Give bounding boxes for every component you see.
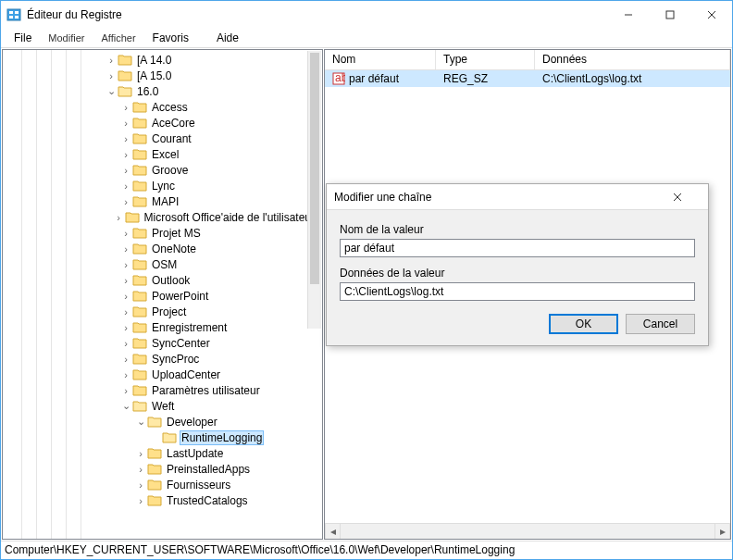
expand-toggle-icon[interactable]: ⌄ (134, 416, 147, 428)
expand-toggle-icon[interactable]: › (119, 338, 132, 349)
tree-item[interactable]: ⌄Developer (3, 414, 322, 429)
tree-item[interactable]: ›[A 15.0 (3, 68, 322, 83)
tree-item[interactable]: ›UploadCenter (3, 367, 322, 382)
value-name: par défaut (349, 72, 399, 85)
string-value-icon: ab (332, 72, 345, 85)
minimize-button[interactable] (607, 1, 649, 29)
tree-item-label: Microsoft Office'aide de l'utilisateur (143, 211, 317, 224)
menu-view[interactable]: Afficher (93, 31, 143, 45)
expand-toggle-icon[interactable]: › (119, 369, 132, 380)
value-row[interactable]: abpar défautREG_SZC:\ClientLogs\log.txt (325, 70, 730, 87)
tree-item[interactable]: ›Groove (3, 162, 322, 178)
expand-toggle-icon[interactable]: › (134, 464, 147, 475)
col-type[interactable]: Type (436, 50, 535, 69)
expand-toggle-icon[interactable]: ⌄ (105, 85, 118, 97)
expand-toggle-icon[interactable]: › (119, 275, 132, 286)
expand-toggle-icon[interactable]: › (105, 70, 118, 81)
cancel-button[interactable]: Cancel (626, 314, 695, 334)
tree-item[interactable]: ›Fournisseurs (3, 477, 322, 492)
expand-toggle-icon[interactable]: › (119, 322, 132, 333)
col-data[interactable]: Données (535, 50, 730, 69)
values-h-scrollbar[interactable]: ◂ ▸ (325, 523, 730, 539)
svg-rect-4 (15, 16, 19, 19)
tree-item[interactable]: ›Access (3, 99, 322, 115)
menu-edit[interactable]: Modifier (41, 31, 92, 45)
close-button[interactable] (690, 1, 732, 29)
folder-icon (132, 243, 147, 255)
expand-toggle-icon[interactable]: ⌄ (119, 400, 132, 412)
tree-item[interactable]: ›Projet MS (3, 225, 322, 241)
tree-scrollbar[interactable] (307, 51, 321, 329)
tree-item[interactable]: ›OneNote (3, 241, 322, 256)
folder-icon (132, 148, 147, 160)
expand-toggle-icon[interactable]: · (149, 432, 162, 443)
tree-item[interactable]: ›MAPI (3, 193, 322, 209)
values-header[interactable]: Nom Type Données (325, 50, 730, 70)
col-name[interactable]: Nom (325, 50, 436, 69)
expand-toggle-icon[interactable]: › (119, 243, 132, 255)
scroll-right-icon[interactable]: ▸ (714, 524, 730, 539)
expand-toggle-icon[interactable]: › (119, 149, 132, 160)
tree-item[interactable]: ⌄16.0 (3, 83, 322, 99)
tree-item[interactable]: ⌄Weft (3, 398, 322, 414)
tree-item[interactable]: ›PreinstalledApps (3, 461, 322, 477)
tree-item[interactable]: ›Microsoft Office'aide de l'utilisateur (3, 209, 322, 225)
status-bar: Computer\HKEY_CURRENT_USER\SOFTWARE\Micr… (1, 541, 732, 559)
expand-toggle-icon[interactable]: › (105, 55, 118, 66)
ok-button[interactable]: OK (549, 314, 618, 334)
tree-item[interactable]: ›Enregistrement (3, 319, 322, 335)
tree-pane[interactable]: ›[A 14.0›[A 15.0⌄16.0›Access›AceCore›Cou… (2, 49, 323, 540)
expand-toggle-icon[interactable]: › (134, 495, 147, 506)
expand-toggle-icon[interactable]: › (119, 118, 132, 129)
expand-toggle-icon[interactable]: › (119, 291, 132, 302)
expand-toggle-icon[interactable]: › (119, 196, 132, 207)
svg-text:ab: ab (335, 72, 345, 84)
dialog-close-button[interactable] (673, 193, 701, 202)
tree-item[interactable]: ›SyncProc (3, 351, 322, 367)
scroll-left-icon[interactable]: ◂ (325, 524, 341, 539)
folder-icon (132, 258, 147, 270)
menu-file[interactable]: File (6, 30, 39, 46)
value-data-label: Données de la valeur (340, 267, 695, 280)
tree-item[interactable]: ›TrustedCatalogs (3, 492, 322, 508)
tree-item[interactable]: ›SyncCenter (3, 335, 322, 351)
value-data-input[interactable] (340, 282, 695, 301)
expand-toggle-icon[interactable]: › (112, 212, 124, 223)
tree-item[interactable]: ·RuntimeLogging (3, 429, 322, 445)
folder-icon (147, 447, 162, 459)
tree-item-label: Fournisseurs (165, 479, 232, 492)
tree-item[interactable]: ›PowerPoint (3, 288, 322, 304)
expand-toggle-icon[interactable]: › (134, 448, 147, 459)
tree-item[interactable]: ›LastUpdate (3, 445, 322, 461)
tree-item[interactable]: ›Lync (3, 178, 322, 193)
value-data: C:\ClientLogs\log.txt (535, 72, 730, 85)
tree-item-label: PowerPoint (150, 290, 210, 303)
expand-toggle-icon[interactable]: › (119, 165, 132, 176)
tree-item[interactable]: ›Project (3, 304, 322, 319)
tree-item[interactable]: ›Paramètres utilisateur (3, 382, 322, 398)
expand-toggle-icon[interactable]: › (119, 180, 132, 192)
tree-item[interactable]: ›OSM (3, 256, 322, 272)
expand-toggle-icon[interactable]: › (134, 479, 147, 491)
expand-toggle-icon[interactable]: › (119, 228, 132, 239)
folder-icon (132, 101, 147, 113)
expand-toggle-icon[interactable]: › (119, 259, 132, 270)
expand-toggle-icon[interactable]: › (119, 306, 132, 317)
expand-toggle-icon[interactable]: › (119, 133, 132, 144)
folder-icon (147, 463, 162, 475)
tree-item[interactable]: ›[A 14.0 (3, 52, 322, 68)
folder-icon (132, 117, 147, 129)
menu-help[interactable]: Aide (209, 30, 246, 46)
folder-icon (118, 69, 132, 81)
tree-item[interactable]: ›AceCore (3, 115, 322, 131)
expand-toggle-icon[interactable]: › (119, 102, 132, 113)
tree-item[interactable]: ›Courant (3, 131, 322, 146)
expand-toggle-icon[interactable]: › (119, 354, 132, 365)
tree-item[interactable]: ›Excel (3, 146, 322, 162)
menu-favorites[interactable]: Favoris (145, 30, 196, 46)
folder-icon (132, 274, 147, 286)
maximize-button[interactable] (649, 1, 690, 29)
tree-item[interactable]: ›Outlook (3, 272, 322, 288)
expand-toggle-icon[interactable]: › (119, 385, 132, 396)
tree-item-label: MAPI (150, 195, 180, 208)
